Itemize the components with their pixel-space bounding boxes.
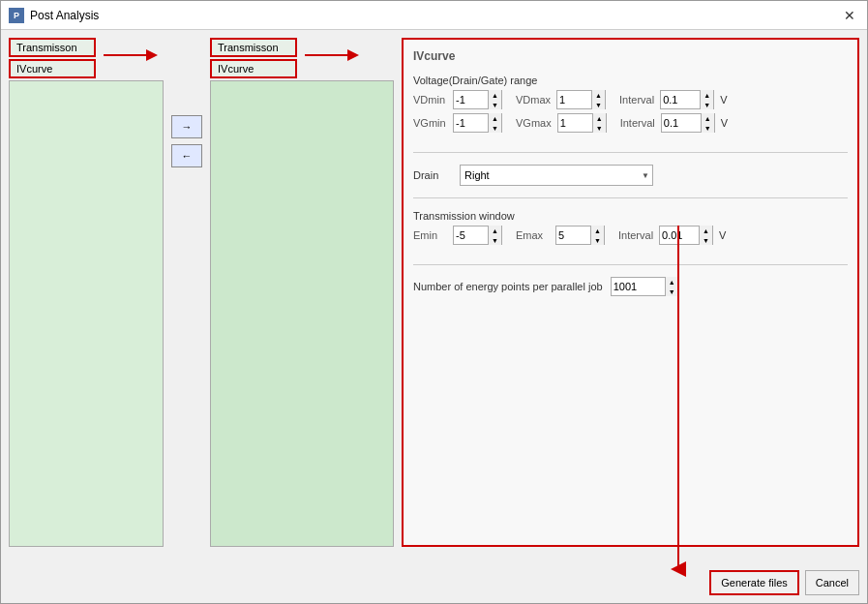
app-icon: P — [9, 8, 24, 23]
title-bar-left: P Post Analysis — [9, 8, 99, 23]
vdmin-label: VDmin — [413, 94, 447, 106]
left-arrow-indicator — [104, 45, 162, 65]
vd-interval-spin-down[interactable]: ▼ — [701, 100, 713, 109]
separator-2 — [413, 197, 848, 198]
vg-unit: V — [721, 117, 728, 129]
parallel-spinbox[interactable]: ▲ ▼ — [611, 277, 679, 296]
drain-row: Drain Left Right — [413, 165, 848, 186]
transfer-section: → ← — [171, 38, 202, 547]
vgmin-spin-up[interactable]: ▲ — [489, 113, 501, 123]
vgmin-spin-down[interactable]: ▼ — [489, 123, 501, 133]
config-title: IVcurve — [413, 49, 848, 63]
vd-row: VDmin ▲ ▼ VDmax ▲ ▼ — [413, 90, 848, 109]
vdmin-spinbox[interactable]: ▲ ▼ — [453, 90, 502, 109]
emax-spin-down[interactable]: ▼ — [591, 235, 604, 245]
vgmax-input[interactable] — [558, 114, 592, 132]
emax-label: Emax — [516, 229, 550, 241]
left-tab-transmission[interactable]: Transmisson — [9, 38, 96, 57]
mid-tab-transmission[interactable]: Transmisson — [210, 38, 297, 57]
vg-row: VGmin ▲ ▼ VGmax ▲ ▼ — [413, 113, 848, 133]
vdmin-spin-down[interactable]: ▼ — [489, 100, 501, 109]
main-content: Transmisson IVcurve → ← — [1, 30, 867, 555]
e-interval-spinbox[interactable]: ▲ ▼ — [659, 226, 713, 245]
separator-1 — [413, 152, 848, 153]
vd-interval-spin-up[interactable]: ▲ — [701, 90, 713, 100]
vg-interval-spin-up[interactable]: ▲ — [702, 113, 714, 123]
vgmin-label: VGmin — [413, 117, 447, 129]
vdmax-spin-up[interactable]: ▲ — [592, 90, 605, 100]
bottom-section: Generate files Cancel — [1, 555, 867, 603]
vd-interval-label: Interval — [619, 94, 654, 106]
left-panel: Transmisson IVcurve — [9, 38, 164, 547]
vdmax-spinbox[interactable]: ▲ ▼ — [556, 90, 606, 109]
generate-button[interactable]: Generate files — [709, 570, 798, 595]
left-tab-ivcurve[interactable]: IVcurve — [9, 59, 96, 78]
vdmin-spinbox-btns: ▲ ▼ — [488, 90, 501, 109]
voltage-section: Voltage(Drain/Gate) range VDmin ▲ ▼ VDma… — [413, 75, 848, 136]
vgmax-spin-down[interactable]: ▼ — [593, 123, 606, 133]
vd-interval-spinbox[interactable]: ▲ ▼ — [660, 90, 714, 109]
voltage-label: Voltage(Drain/Gate) range — [413, 75, 848, 86]
vd-interval-input[interactable] — [661, 91, 700, 108]
vgmax-label: VGmax — [516, 117, 552, 129]
middle-panel: Transmisson IVcurve — [210, 38, 394, 547]
vdmax-spin-down[interactable]: ▼ — [592, 100, 605, 109]
parallel-label: Number of energy points per parallel job — [413, 281, 603, 292]
emin-spinbox-btns: ▲ ▼ — [488, 226, 501, 245]
forward-button[interactable]: → — [171, 115, 202, 138]
parallel-spin-down[interactable]: ▼ — [666, 287, 678, 296]
emin-spin-up[interactable]: ▲ — [489, 226, 501, 235]
e-unit: V — [719, 229, 726, 241]
vg-interval-spinbox-btns: ▲ ▼ — [701, 113, 714, 133]
title-bar: P Post Analysis ✕ — [1, 1, 867, 30]
emax-input[interactable] — [556, 226, 590, 244]
vgmin-input[interactable] — [454, 114, 488, 132]
vdmin-spin-up[interactable]: ▲ — [489, 90, 501, 100]
e-interval-spin-down[interactable]: ▼ — [700, 235, 712, 245]
vdmax-label: VDmax — [516, 94, 551, 106]
emax-spinbox[interactable]: ▲ ▼ — [555, 226, 605, 245]
emin-spinbox[interactable]: ▲ ▼ — [453, 226, 502, 245]
vgmax-spinbox-btns: ▲ ▼ — [592, 113, 606, 133]
e-interval-input[interactable] — [660, 226, 699, 244]
vgmax-spinbox[interactable]: ▲ ▼ — [557, 113, 607, 133]
drain-dropdown[interactable]: Left Right — [460, 165, 653, 186]
left-panel-list — [9, 80, 164, 547]
mid-arrow-indicator — [305, 45, 363, 65]
backward-button[interactable]: ← — [171, 144, 202, 167]
parallel-spin-up[interactable]: ▲ — [666, 277, 678, 287]
e-interval-spinbox-btns: ▲ ▼ — [699, 226, 712, 245]
emin-emax-row: Emin ▲ ▼ Emax ▲ ▼ — [413, 226, 848, 245]
parallel-spinbox-btns: ▲ ▼ — [665, 277, 678, 296]
emax-spin-up[interactable]: ▲ — [591, 226, 604, 235]
emin-input[interactable] — [454, 226, 488, 244]
vd-interval-spinbox-btns: ▲ ▼ — [700, 90, 713, 109]
middle-panel-list — [210, 80, 394, 547]
e-interval-label: Interval — [618, 229, 653, 241]
cancel-button[interactable]: Cancel — [805, 570, 859, 595]
vdmax-input[interactable] — [557, 91, 591, 108]
transmission-window-section: Transmission window Emin ▲ ▼ Emax — [413, 210, 848, 249]
drain-dropdown-wrapper: Left Right — [460, 165, 653, 186]
vdmin-input[interactable] — [454, 91, 488, 108]
vgmin-spinbox-btns: ▲ ▼ — [488, 113, 501, 133]
action-buttons: Generate files Cancel — [709, 570, 859, 595]
e-interval-spin-up[interactable]: ▲ — [700, 226, 712, 235]
transmission-window-label: Transmission window — [413, 210, 848, 222]
vd-unit: V — [720, 94, 727, 106]
emin-label: Emin — [413, 229, 447, 241]
separator-3 — [413, 264, 848, 265]
window-title: Post Analysis — [30, 9, 99, 22]
vdmax-spinbox-btns: ▲ ▼ — [591, 90, 605, 109]
vgmax-spin-up[interactable]: ▲ — [593, 113, 606, 123]
emin-spin-down[interactable]: ▼ — [489, 235, 501, 245]
emax-spinbox-btns: ▲ ▼ — [590, 226, 604, 245]
parallel-input[interactable] — [612, 278, 665, 295]
close-button[interactable]: ✕ — [840, 6, 859, 25]
mid-tab-ivcurve[interactable]: IVcurve — [210, 59, 297, 78]
vg-interval-input[interactable] — [662, 114, 701, 132]
vg-interval-spin-down[interactable]: ▼ — [702, 123, 714, 133]
vgmin-spinbox[interactable]: ▲ ▼ — [453, 113, 502, 133]
vg-interval-spinbox[interactable]: ▲ ▼ — [661, 113, 715, 133]
parallel-row: Number of energy points per parallel job… — [413, 277, 848, 296]
